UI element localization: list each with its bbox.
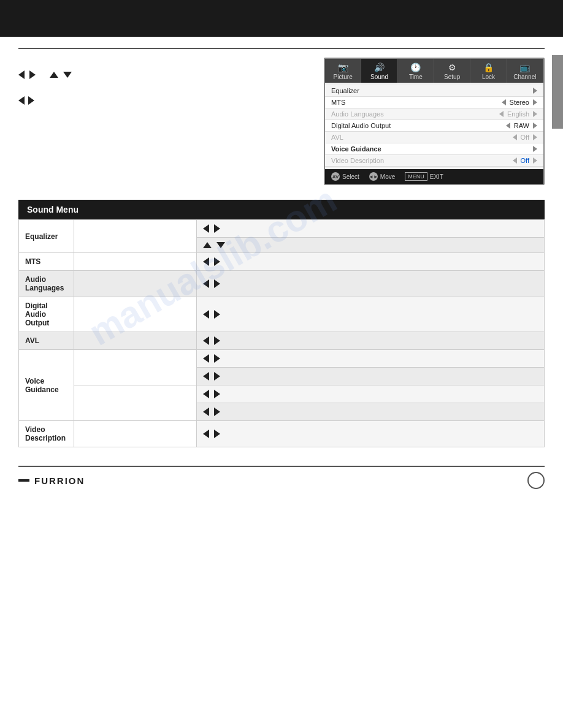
menu-equalizer-arrow-icon [533, 88, 537, 94]
table-arrow-up-icon[interactable] [203, 242, 212, 248]
menu-item-digital-audio[interactable]: Digital Audio Output RAW [325, 120, 543, 132]
menu-tab-lock[interactable]: 🔒 Lock [470, 59, 507, 83]
table-arrow-right-icon[interactable] [214, 372, 220, 381]
menu-item-video-desc-value: Off [521, 157, 529, 164]
menu-footer-select-label: Select [342, 173, 359, 180]
arrows-lr [203, 336, 538, 345]
menu-item-audio-languages[interactable]: Audio Languages English [325, 108, 543, 120]
menu-item-avl[interactable]: AVL Off [325, 132, 543, 143]
menu-item-video-desc[interactable]: Video Description Off [325, 155, 543, 167]
menu-item-equalizer[interactable]: Equalizer [325, 85, 543, 97]
table-arrow-right-icon[interactable] [214, 430, 220, 438]
menu-mts-right-arrow-icon [533, 99, 537, 105]
menu-footer-exit-label: EXIT [430, 173, 443, 180]
menu-tab-channel-label: Channel [513, 74, 536, 80]
arrows-lr [203, 372, 538, 381]
furrion-logo: FURRION [18, 476, 85, 486]
nav-arrow-left-icon[interactable] [18, 70, 25, 79]
menu-tab-picture[interactable]: 📷 Picture [325, 59, 361, 83]
table-cell-mts-item: MTS [19, 253, 74, 271]
table-cell-voice-guidance-desc1 [74, 350, 197, 385]
table-arrow-right-icon[interactable] [214, 224, 220, 233]
table-arrow-left-icon[interactable] [203, 354, 209, 363]
menu-tab-picture-label: Picture [334, 74, 353, 80]
table-cell-mts-action [197, 253, 545, 271]
page-number-circle [527, 472, 545, 489]
table-arrow-left-icon[interactable] [203, 336, 209, 345]
menu-tabs: 📷 Picture 🔊 Sound 🕐 Time ⚙ Setup 🔒 [325, 59, 543, 83]
table-arrow-left-icon[interactable] [203, 430, 209, 438]
table-row: Voice Guidance [19, 350, 545, 368]
table-row: Video Description [19, 421, 545, 447]
logo-text: FURRION [34, 476, 85, 486]
menu-item-audio-lang-label: Audio Languages [331, 110, 499, 118]
menu-tab-sound[interactable]: 🔊 Sound [361, 59, 397, 83]
table-arrow-left-icon[interactable] [203, 372, 209, 381]
menu-digital-audio-left-arrow-icon [506, 123, 510, 129]
nav-arrow-up-icon[interactable] [50, 72, 58, 78]
menu-item-digital-audio-label: Digital Audio Output [331, 122, 506, 129]
nav-arrow-right-icon[interactable] [29, 70, 36, 79]
table-cell-voice-guidance-action2 [197, 368, 545, 385]
table-arrow-right-icon[interactable] [214, 336, 220, 345]
menu-tab-time[interactable]: 🕐 Time [398, 59, 434, 83]
page-footer: FURRION [18, 466, 545, 493]
table-arrow-left-icon[interactable] [203, 310, 209, 319]
table-arrow-left-icon[interactable] [203, 390, 209, 398]
menu-item-mts-label: MTS [331, 99, 502, 106]
sound-icon: 🔊 [362, 63, 396, 72]
table-cell-audio-lang-desc [74, 271, 197, 297]
table-cell-digital-audio-item: Digital Audio Output [19, 297, 74, 332]
table-row [19, 385, 545, 403]
arrows-lr [203, 257, 538, 266]
menu-footer: AV Select ◄► Move MENU EXIT [325, 169, 543, 184]
menu-item-voice-guidance-label: Voice Guidance [331, 145, 529, 153]
table-arrow-right-icon[interactable] [214, 257, 220, 266]
arrows-lr [203, 390, 538, 398]
top-divider [18, 48, 545, 49]
table-header-bar: Sound Menu [18, 200, 545, 219]
table-row: MTS [19, 253, 545, 271]
main-content: manualslib.com 📷 [0, 37, 563, 511]
table-cell-avl-item: AVL [19, 332, 74, 350]
table-arrow-left-icon[interactable] [203, 279, 209, 288]
menu-video-desc-left-arrow-icon [513, 157, 517, 164]
menu-avl-right-arrow-icon [533, 134, 537, 140]
table-arrow-left-icon[interactable] [203, 408, 209, 416]
table-cell-video-desc-item: Video Description [19, 421, 74, 447]
menu-tab-sound-label: Sound [370, 74, 388, 80]
nav-arrow-down-icon[interactable] [63, 72, 72, 78]
table-arrow-left-icon[interactable] [203, 224, 209, 233]
table-cell-audio-lang-item: Audio Languages [19, 271, 74, 297]
table-arrow-right-icon[interactable] [214, 354, 220, 363]
table-cell-voice-guidance-action4 [197, 403, 545, 421]
menu-item-avl-label: AVL [331, 134, 513, 141]
menu-tab-channel[interactable]: 📺 Channel [507, 59, 543, 83]
table-row: AVL [19, 332, 545, 350]
menu-item-mts[interactable]: MTS Stereo [325, 97, 543, 108]
menu-footer-exit: MENU EXIT [405, 172, 443, 181]
menu-audio-lang-left-arrow-icon [499, 111, 504, 117]
menu-tab-setup[interactable]: ⚙ Setup [434, 59, 470, 83]
inline-arrow-right-icon[interactable] [28, 96, 34, 105]
menu-btn-icon: MENU [405, 172, 427, 181]
arrows-lr [203, 354, 538, 363]
picture-icon: 📷 [326, 63, 359, 72]
arrows-ud [203, 242, 538, 248]
table-arrow-right-icon[interactable] [214, 310, 220, 319]
table-arrow-right-icon[interactable] [214, 390, 220, 398]
table-arrow-down-icon[interactable] [216, 242, 225, 248]
arrows-lr [203, 224, 538, 233]
table-cell-digital-audio-desc [74, 297, 197, 332]
table-arrow-right-icon[interactable] [214, 279, 220, 288]
table-arrow-left-icon[interactable] [203, 257, 209, 266]
table-arrow-right-icon[interactable] [214, 408, 220, 416]
inline-arrow-left-icon[interactable] [18, 96, 25, 105]
table-cell-voice-guidance-item: Voice Guidance [19, 350, 74, 421]
table-cell-video-desc-desc [74, 421, 197, 447]
menu-item-voice-guidance[interactable]: Voice Guidance [325, 143, 543, 155]
table-cell-equalizer-desc [74, 220, 197, 253]
nav-lr-row [18, 96, 312, 105]
table-cell-equalizer-action-lr [197, 220, 545, 238]
nav-arrows-lr [18, 70, 312, 79]
